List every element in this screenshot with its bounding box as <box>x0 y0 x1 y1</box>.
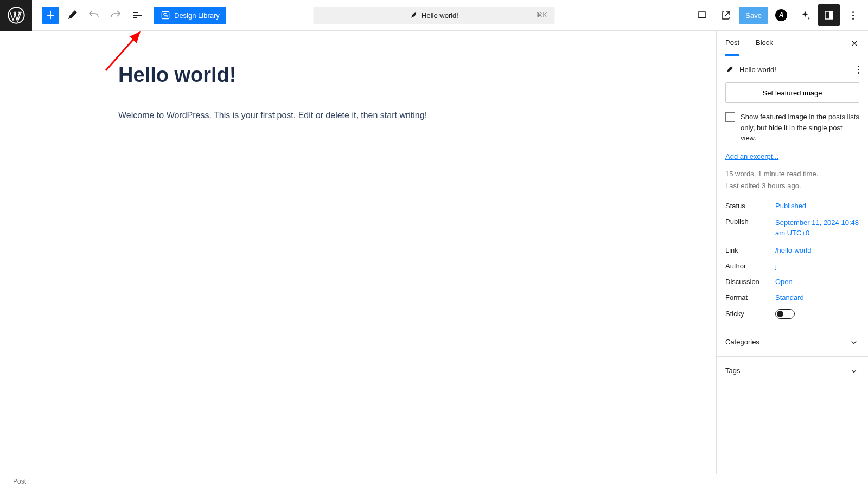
external-link-icon <box>719 9 732 22</box>
categories-panel[interactable]: Categories <box>717 328 868 357</box>
editor-footer: Post <box>0 474 868 488</box>
status-value[interactable]: Published <box>775 202 859 210</box>
toolbar-left: Design Library <box>4 0 226 31</box>
post-summary-section: Hello world! Set featured image Show fea… <box>717 56 868 328</box>
post-title[interactable]: Hello world! <box>118 63 574 87</box>
main-area: Hello world! Welcome to WordPress. This … <box>0 31 868 474</box>
categories-label: Categories <box>725 338 760 346</box>
ai-sparkle-button[interactable] <box>794 4 816 26</box>
post-summary-title-row: Hello world! <box>725 65 859 74</box>
add-block-button[interactable] <box>42 7 59 24</box>
design-library-label: Design Library <box>174 11 220 20</box>
feather-icon <box>410 11 417 19</box>
undo-button[interactable] <box>83 7 105 24</box>
author-row: Author j <box>725 262 859 270</box>
chevron-down-icon <box>848 337 859 348</box>
editor-toolbar: Design Library Hello world! ⌘K Save A <box>0 0 868 31</box>
toolbar-right: Save A <box>691 4 864 26</box>
sticky-toggle[interactable] <box>775 309 795 319</box>
save-button[interactable]: Save <box>739 7 768 24</box>
pencil-icon <box>66 9 79 22</box>
format-row: Format Standard <box>725 293 859 301</box>
edit-tool-button[interactable] <box>61 7 83 24</box>
tags-label: Tags <box>725 367 740 375</box>
link-value[interactable]: /hello-world <box>775 246 859 254</box>
sidebar-panel-icon <box>822 9 835 22</box>
outline-icon <box>131 9 144 22</box>
feather-icon <box>725 65 734 74</box>
redo-icon <box>109 9 122 22</box>
author-value[interactable]: j <box>775 262 859 270</box>
plus-icon <box>44 9 57 22</box>
set-featured-image-button[interactable]: Set featured image <box>725 82 859 103</box>
settings-sidebar: Post Block Hello world! Set featured ima… <box>716 31 868 474</box>
undo-icon <box>87 9 100 22</box>
post-summary-title: Hello world! <box>739 66 852 74</box>
desktop-icon <box>695 9 709 22</box>
post-stats: 15 words, 1 minute read time. Last edite… <box>725 168 859 192</box>
post-content: Hello world! Welcome to WordPress. This … <box>118 63 574 123</box>
svg-rect-3 <box>829 11 833 19</box>
settings-panel-button[interactable] <box>818 4 840 26</box>
command-shortcut: ⌘K <box>536 11 547 19</box>
breadcrumb[interactable]: Post <box>13 478 26 485</box>
status-label: Status <box>725 202 775 210</box>
author-label: Author <box>725 262 775 270</box>
post-actions-button[interactable] <box>858 66 859 74</box>
post-body[interactable]: Welcome to WordPress. This is your first… <box>118 108 574 123</box>
tab-post[interactable]: Post <box>725 31 739 56</box>
tags-panel[interactable]: Tags <box>717 357 868 385</box>
format-label: Format <box>725 293 775 301</box>
post-attributes: Status Published Publish September 11, 2… <box>725 202 859 319</box>
more-options-button[interactable] <box>842 4 864 26</box>
design-library-button[interactable]: Design Library <box>154 7 226 24</box>
featured-image-option-row: Show featured image in the posts lists o… <box>725 112 859 144</box>
publish-value[interactable]: September 11, 2024 10:48 am UTC+0 <box>775 217 859 239</box>
sidebar-tabs: Post Block <box>717 31 868 56</box>
word-count: 15 words, 1 minute read time. <box>725 168 859 180</box>
close-icon <box>850 38 859 48</box>
link-label: Link <box>725 246 775 254</box>
featured-hide-label: Show featured image in the posts lists o… <box>741 112 859 144</box>
preview-external-button[interactable] <box>715 4 737 26</box>
link-row: Link /hello-world <box>725 246 859 254</box>
tab-block[interactable]: Block <box>756 31 773 56</box>
publish-label: Publish <box>725 217 775 239</box>
close-sidebar-button[interactable] <box>850 31 859 56</box>
sticky-row: Sticky <box>725 309 859 319</box>
document-title-bar[interactable]: Hello world! ⌘K <box>314 7 555 24</box>
add-excerpt-link[interactable]: Add an excerpt... <box>725 152 859 160</box>
astra-button[interactable]: A <box>770 4 792 26</box>
sticky-label: Sticky <box>725 310 775 318</box>
featured-hide-checkbox[interactable] <box>725 112 735 122</box>
view-button[interactable] <box>691 4 713 26</box>
more-vertical-icon <box>852 11 854 20</box>
last-edited: Last edited 3 hours ago. <box>725 180 859 192</box>
discussion-value[interactable]: Open <box>775 278 859 286</box>
document-overview-button[interactable] <box>126 7 148 24</box>
chevron-down-icon <box>848 365 859 376</box>
sparkle-icon <box>799 9 812 22</box>
discussion-label: Discussion <box>725 278 775 286</box>
document-title: Hello world! <box>422 11 458 20</box>
editor-canvas[interactable]: Hello world! Welcome to WordPress. This … <box>0 31 716 474</box>
status-row: Status Published <box>725 202 859 210</box>
publish-row: Publish September 11, 2024 10:48 am UTC+… <box>725 217 859 239</box>
discussion-row: Discussion Open <box>725 278 859 286</box>
svg-point-0 <box>8 7 24 23</box>
toggle-knob <box>777 311 783 317</box>
redo-button[interactable] <box>105 7 126 24</box>
spectra-icon <box>160 10 171 21</box>
format-value[interactable]: Standard <box>775 293 859 301</box>
more-vertical-icon <box>858 66 859 74</box>
wordpress-logo[interactable] <box>0 0 32 31</box>
astra-icon: A <box>775 9 787 21</box>
